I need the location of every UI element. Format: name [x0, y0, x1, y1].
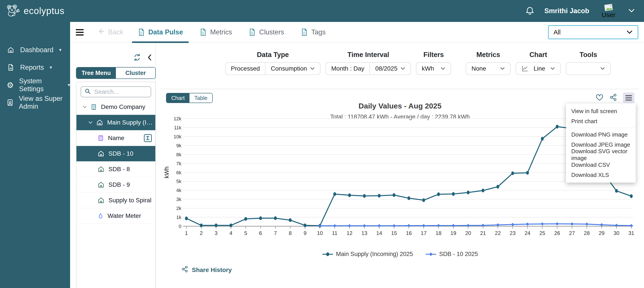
- back-label: Back: [108, 28, 123, 36]
- tree-item-sdb-8[interactable]: SDB - 8: [76, 161, 155, 177]
- svg-text:11k: 11k: [174, 125, 182, 130]
- tree-item-label: Supply to Spiral: [108, 197, 153, 204]
- menu-item-view-in-full-screen[interactable]: View in full screen: [566, 106, 636, 116]
- svg-text:18: 18: [436, 230, 442, 236]
- svg-text:6k: 6k: [176, 170, 182, 175]
- chart-legend: Main Supply (Incoming) 2025 SDB - 10 202…: [156, 251, 644, 257]
- hamburger-menu-icon[interactable]: [76, 29, 84, 36]
- chart-context-menu-button[interactable]: [623, 93, 634, 103]
- dropdown-chart-line[interactable]: Line: [516, 63, 560, 75]
- tab-data-pulse[interactable]: Data Pulse: [130, 22, 192, 43]
- menu-item-print-chart[interactable]: Print chart: [566, 116, 636, 126]
- filter-group-metrics: Metrics None: [466, 51, 510, 75]
- svg-text:21: 21: [480, 230, 486, 236]
- legend-marker-icon: [425, 252, 436, 257]
- building-icon: [90, 103, 97, 110]
- tab-clusters[interactable]: Clusters: [240, 22, 292, 43]
- menu-item-download-svg-vector-image[interactable]: Download SVG vector image: [566, 150, 636, 160]
- tab-tags[interactable]: Tags: [292, 22, 334, 43]
- favorite-heart-icon[interactable]: [595, 93, 604, 102]
- tab-label: Data Pulse: [148, 28, 183, 36]
- cluster-toggle-button[interactable]: Cluster: [116, 68, 155, 79]
- header-right: Smrithi Jacob User: [526, 4, 644, 18]
- home-icon: [6, 47, 15, 54]
- dropdown-metrics-none[interactable]: None: [466, 63, 510, 75]
- sidebar-item-system-settings[interactable]: ⚙ System Settings▾: [0, 76, 70, 94]
- dropdown-time-interval-08-2025[interactable]: 08/2025: [370, 63, 410, 75]
- search-input[interactable]: [94, 88, 147, 95]
- share-history-label: Share History: [192, 266, 232, 273]
- svg-text:26: 26: [554, 230, 560, 236]
- tree-chevron-icon[interactable]: [82, 105, 88, 109]
- svg-text:7k: 7k: [176, 161, 182, 166]
- gear-icon: ⚙: [6, 81, 14, 90]
- tree-item-label: Demo Company: [101, 103, 147, 110]
- avatar-alt-text: User: [602, 12, 615, 18]
- chevron-down-icon[interactable]: [628, 8, 635, 14]
- tree-item-name[interactable]: NameΣ: [76, 130, 155, 146]
- dropdown-data-type-consumption[interactable]: Consumption: [265, 63, 320, 75]
- sidebar-item-view-as-super-admin[interactable]: View as Super Admin: [0, 94, 70, 111]
- tab-label: Tags: [311, 28, 326, 36]
- bell-icon[interactable]: [526, 6, 534, 16]
- dropdown-time-interval-month-day[interactable]: Month : Day: [326, 63, 370, 75]
- menu-divider: [566, 128, 636, 128]
- legend-entry-sdb-10-2025[interactable]: SDB - 10 2025: [425, 251, 478, 257]
- sidebar-item-reports[interactable]: Reports▾: [0, 59, 70, 76]
- menu-item-download-png-image[interactable]: Download PNG image: [566, 130, 636, 140]
- tree-item-sdb-9[interactable]: SDB - 9: [76, 177, 155, 192]
- tree-menu-toggle-button[interactable]: Tree Menu: [76, 68, 116, 79]
- home-icon: [96, 119, 103, 126]
- tree-item-supply-to-spiral[interactable]: Supply to Spiral: [76, 192, 155, 208]
- avatar[interactable]: User: [599, 4, 618, 18]
- svg-text:19: 19: [450, 230, 456, 236]
- collapse-panel-icon[interactable]: [147, 54, 152, 62]
- dropdown-value: None: [472, 65, 486, 72]
- chart-toolbar: [595, 93, 634, 103]
- svg-text:13: 13: [362, 230, 367, 236]
- app-header: ecolyptus Smrithi Jacob User: [0, 0, 644, 22]
- brand-logo[interactable]: ecolyptus: [0, 4, 64, 18]
- section-divider: [160, 89, 638, 89]
- view-toggle-table[interactable]: Table: [190, 93, 212, 103]
- view-toggle-chart[interactable]: Chart: [166, 93, 190, 103]
- search-icon: [84, 88, 91, 96]
- scope-select[interactable]: All: [548, 25, 638, 39]
- dropdown-data-type-processed[interactable]: Processed: [226, 63, 265, 75]
- sidebar-item-dashboard[interactable]: Dashboard▾: [0, 41, 70, 59]
- legend-entry-main-supply-incoming-2025[interactable]: Main Supply (Incoming) 2025: [322, 251, 413, 257]
- tree-item-demo-company[interactable]: Demo Company: [76, 99, 155, 115]
- filter-title: Metrics: [476, 51, 500, 59]
- tree-chevron-icon[interactable]: [88, 120, 93, 125]
- tree-mode-toggle: Tree Menu Cluster: [76, 67, 156, 79]
- nav-tabs: Data Pulse Metrics Clusters Tags: [130, 22, 334, 43]
- tab-label: Metrics: [210, 28, 232, 36]
- sigma-badge[interactable]: Σ: [144, 134, 152, 142]
- back-button[interactable]: Back: [97, 28, 123, 37]
- chevron-down-icon: [600, 67, 605, 71]
- svg-text:20: 20: [465, 230, 471, 236]
- dropdown-tools-blank[interactable]: [566, 63, 610, 75]
- tree-list: Demo Company Main Supply (Incoming) Name…: [76, 99, 155, 223]
- user-name[interactable]: Smrithi Jacob: [544, 7, 589, 15]
- svg-text:28: 28: [584, 230, 590, 236]
- tree-item-water-meter[interactable]: Water Meter: [76, 208, 155, 223]
- menu-item-download-xls[interactable]: Download XLS: [566, 170, 636, 180]
- tree-item-main-supply-incoming[interactable]: Main Supply (Incoming): [76, 115, 155, 130]
- caret-down-icon: ▾: [59, 47, 62, 53]
- legend-label: SDB - 10 2025: [439, 251, 478, 257]
- tab-metrics[interactable]: Metrics: [191, 22, 240, 43]
- share-history-link[interactable]: Share History: [181, 266, 232, 274]
- share-icon[interactable]: [610, 93, 617, 102]
- refresh-icon[interactable]: [133, 54, 141, 62]
- navbar: Back Data Pulse Metrics Clusters Tags Al…: [70, 22, 644, 43]
- filter-title: Chart: [530, 51, 547, 59]
- home-icon: [98, 166, 104, 173]
- filter-group-time-interval: Time Interval Month : Day08/2025: [326, 51, 411, 75]
- tree-item-sdb-10[interactable]: SDB - 10: [76, 146, 155, 161]
- svg-text:1k: 1k: [176, 215, 182, 220]
- svg-text:10k: 10k: [174, 134, 182, 139]
- svg-text:2k: 2k: [176, 206, 182, 211]
- dropdown-filters-kwh[interactable]: kWh: [416, 63, 450, 75]
- dropdown-value: Month : Day: [331, 65, 364, 72]
